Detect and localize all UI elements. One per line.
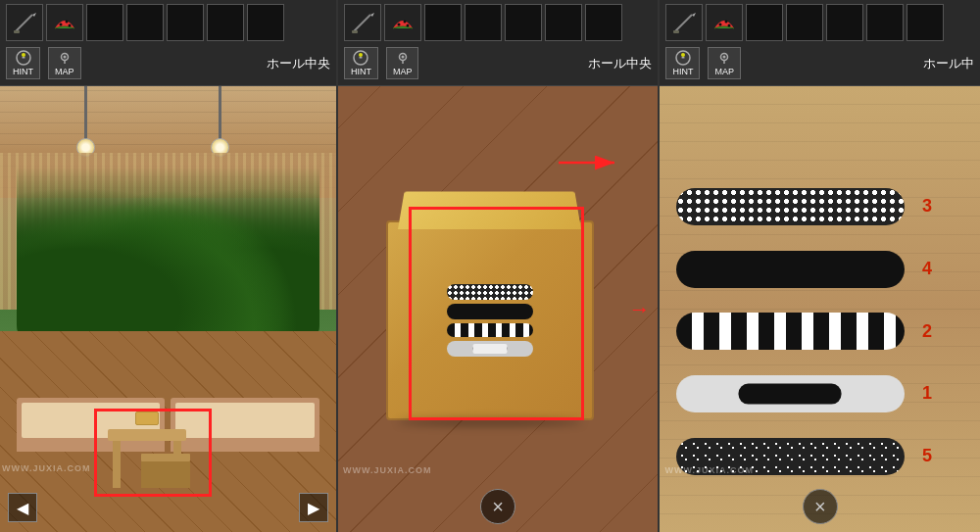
svg-line-26: [674, 15, 692, 32]
svg-point-7: [22, 53, 25, 57]
scene-3: 3 4 2 1: [660, 86, 980, 532]
inv-slot-3-2[interactable]: [424, 4, 462, 41]
svg-point-5: [69, 24, 72, 27]
band-item-4[interactable]: 4: [676, 251, 932, 288]
close-button-2[interactable]: ×: [480, 489, 515, 524]
top-bar-3: HINT MAP ホール中: [660, 0, 980, 86]
svg-rect-28: [673, 30, 679, 33]
hint-button-2[interactable]: HINT: [344, 47, 378, 79]
inv-slot-6-1[interactable]: [207, 4, 244, 41]
inv-slot-knife-2[interactable]: [344, 4, 381, 41]
inv-slot-watermelon-2[interactable]: [384, 4, 421, 41]
light-cord-2: [219, 86, 221, 145]
nav-right[interactable]: ▶: [299, 493, 328, 522]
svg-line-0: [15, 15, 32, 32]
inv-slot-6-2[interactable]: [545, 4, 582, 41]
band-num-4: 4: [912, 259, 932, 279]
inv-slot-watermelon-3[interactable]: [706, 4, 743, 41]
location-text-2: ホール中央: [588, 55, 652, 73]
location-text-3: ホール中: [923, 55, 974, 73]
hint-button-3[interactable]: HINT: [665, 47, 700, 79]
main-container: HINT MAP ホール中央: [0, 0, 980, 532]
map-label-1: MAP: [55, 67, 74, 76]
panel-1: HINT MAP ホール中央: [0, 0, 338, 532]
band-visual-2[interactable]: [676, 313, 905, 350]
box-on-table: [135, 411, 159, 425]
inv-slot-knife-1[interactable]: [6, 4, 43, 41]
inv-slot-4-3[interactable]: [786, 4, 823, 41]
band-item-3[interactable]: 3: [676, 188, 932, 225]
inv-slot-4-2[interactable]: [465, 4, 502, 41]
band-list: 3 4 2 1: [676, 175, 932, 488]
inv-slot-3-1[interactable]: [86, 4, 123, 41]
band-item-5[interactable]: 5: [676, 438, 932, 475]
band-visual-4[interactable]: [676, 251, 905, 288]
band-bg: 3 4 2 1: [660, 86, 980, 532]
close-button-3[interactable]: ×: [803, 489, 838, 524]
inv-slot-5-2[interactable]: [505, 4, 542, 41]
svg-rect-14: [352, 30, 358, 33]
map-button-1[interactable]: MAP: [48, 47, 81, 79]
svg-point-3: [60, 24, 63, 26]
box-bg: → WWW.JUXIA.COM: [338, 86, 659, 532]
svg-point-29: [719, 24, 722, 26]
band-visual-1[interactable]: [676, 375, 905, 412]
location-text-1: ホール中央: [267, 55, 330, 73]
svg-rect-34: [681, 57, 684, 59]
svg-point-16: [403, 21, 406, 24]
nav-left[interactable]: ◀: [8, 493, 37, 522]
box-top: [398, 192, 581, 230]
svg-point-19: [359, 53, 363, 57]
box-band-dots: [447, 284, 532, 300]
button-row-1: HINT MAP ホール中央: [6, 45, 330, 81]
svg-point-22: [401, 56, 404, 59]
inv-slot-4-1[interactable]: [126, 4, 164, 41]
box-band-black: [447, 304, 532, 319]
inv-slot-7-2[interactable]: [585, 4, 622, 41]
inv-slot-5-1[interactable]: [167, 4, 204, 41]
band-visual-5[interactable]: [676, 438, 905, 475]
band-num-5: 5: [912, 446, 932, 466]
inv-slot-5-3[interactable]: [826, 4, 863, 41]
panel-2: HINT MAP ホール中央: [338, 0, 661, 532]
panel-3: HINT MAP ホール中: [660, 0, 980, 532]
map-button-2[interactable]: MAP: [386, 47, 419, 79]
nav-arrows: ◀ ▶: [0, 483, 336, 532]
svg-point-30: [725, 21, 728, 24]
box-band-stripes: [447, 323, 532, 337]
band-item-2[interactable]: 2: [676, 313, 932, 350]
chair-2: [171, 398, 318, 452]
band-num-3: 3: [912, 196, 932, 217]
wooden-box[interactable]: [386, 220, 594, 421]
map-button-3[interactable]: MAP: [708, 47, 741, 79]
hint-button-1[interactable]: HINT: [6, 47, 40, 79]
inv-slot-6-3[interactable]: [866, 4, 904, 41]
svg-line-12: [353, 15, 370, 32]
inv-slot-knife-3[interactable]: [665, 4, 703, 41]
scene-2[interactable]: → WWW.JUXIA.COM ×: [338, 86, 659, 532]
garden-bg: WWW.JUXIA.COM: [0, 86, 336, 532]
inv-slot-3-3[interactable]: [746, 4, 783, 41]
inv-slot-watermelon-1[interactable]: [46, 4, 83, 41]
inv-slot-7-1[interactable]: [247, 4, 284, 41]
hint-label-2: HINT: [351, 67, 371, 76]
band-visual-3[interactable]: [676, 188, 905, 225]
svg-point-10: [63, 56, 66, 59]
svg-marker-1: [32, 13, 36, 17]
light-cord-1: [84, 86, 87, 145]
box-face: [429, 242, 552, 400]
top-bar-2: HINT MAP ホール中央: [338, 0, 659, 86]
inventory-row-3: [665, 4, 974, 41]
hint-label-1: HINT: [13, 67, 33, 76]
svg-point-36: [723, 56, 726, 59]
svg-rect-20: [360, 57, 363, 59]
button-row-2: HINT MAP ホール中央: [344, 45, 653, 81]
scene-1[interactable]: WWW.JUXIA.COM ◀ ▶: [0, 86, 336, 532]
svg-point-31: [728, 24, 731, 27]
svg-rect-2: [14, 30, 20, 33]
band-item-1[interactable]: 1: [676, 375, 932, 412]
svg-point-17: [406, 24, 409, 27]
svg-point-33: [681, 53, 685, 57]
top-bar-1: HINT MAP ホール中央: [0, 0, 336, 86]
inv-slot-7-3[interactable]: [906, 4, 944, 41]
